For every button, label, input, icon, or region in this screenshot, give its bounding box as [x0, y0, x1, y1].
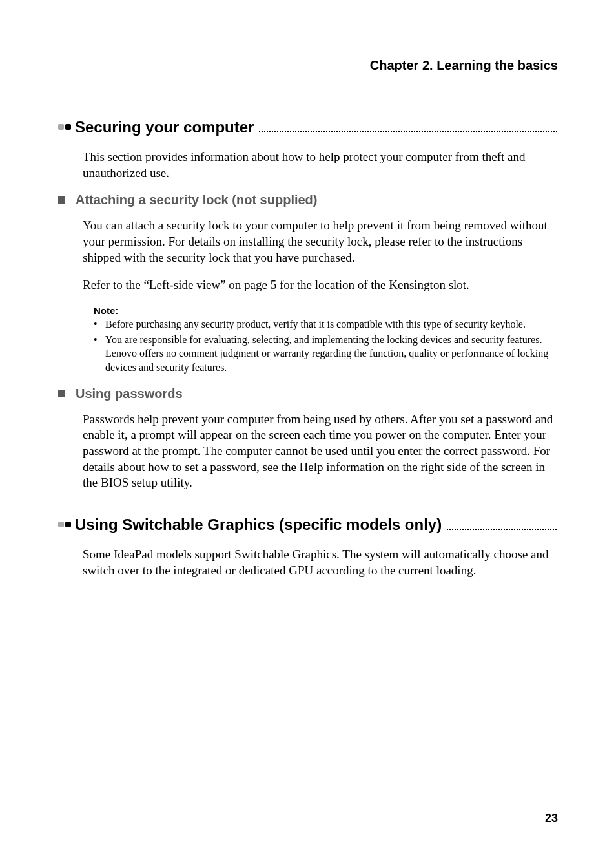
bullet-squares-icon [58, 519, 75, 531]
note-text: You are responsible for evaluating, sele… [105, 333, 551, 375]
svg-rect-0 [58, 124, 64, 130]
body-paragraph: Passwords help prevent your computer fro… [83, 412, 558, 491]
square-bullet-icon [58, 196, 65, 204]
page-number: 23 [545, 812, 558, 825]
svg-rect-2 [58, 522, 64, 527]
section-heading-graphics: Using Switchable Graphics (specific mode… [58, 516, 558, 534]
body-paragraph: Some IdeaPad models support Switchable G… [83, 547, 558, 578]
note-item: • You are responsible for evaluating, se… [94, 333, 551, 375]
svg-rect-3 [65, 522, 71, 527]
section-title: Using Switchable Graphics (specific mode… [75, 516, 442, 534]
sub-heading-title: Using passwords [76, 386, 183, 401]
sub-heading-security-lock: Attaching a security lock (not supplied) [58, 193, 558, 207]
note-block: Note: • Before purchasing any security p… [94, 305, 551, 374]
divider-line [447, 529, 558, 530]
bullet-icon: • [94, 333, 105, 375]
body-paragraph: Refer to the “Left-side view” on page 5 … [83, 277, 558, 293]
note-label: Note: [94, 305, 551, 316]
intro-paragraph: This section provides information about … [83, 149, 558, 181]
svg-rect-1 [65, 124, 71, 130]
chapter-header: Chapter 2. Learning the basics [58, 58, 558, 73]
note-text: Before purchasing any security product, … [105, 317, 526, 332]
sub-heading-title: Attaching a security lock (not supplied) [76, 193, 318, 207]
sub-heading-passwords: Using passwords [58, 386, 558, 401]
divider-line [259, 131, 558, 132]
section-title: Securing your computer [75, 118, 254, 136]
square-bullet-icon [58, 390, 65, 397]
bullet-squares-icon [58, 121, 75, 133]
section-heading-securing: Securing your computer [58, 118, 558, 136]
body-paragraph: You can attach a security lock to your c… [83, 218, 558, 266]
note-item: • Before purchasing any security product… [94, 317, 551, 332]
bullet-icon: • [94, 317, 105, 332]
